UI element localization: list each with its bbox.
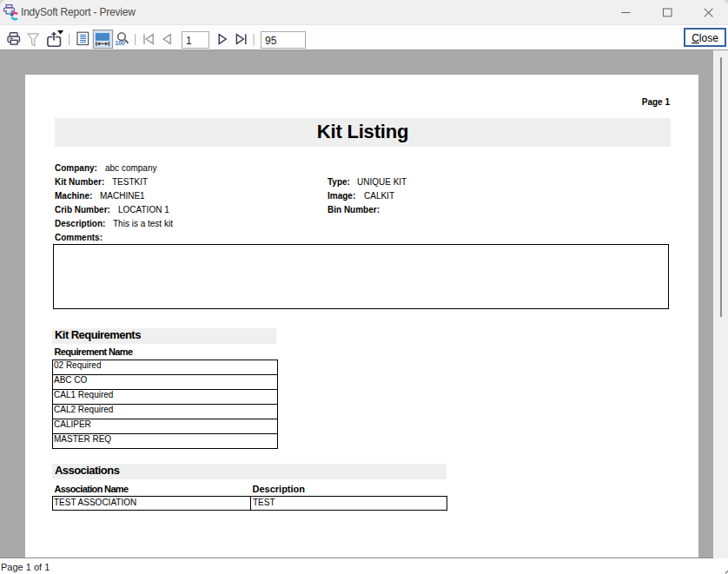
svg-text:100: 100: [116, 40, 126, 46]
